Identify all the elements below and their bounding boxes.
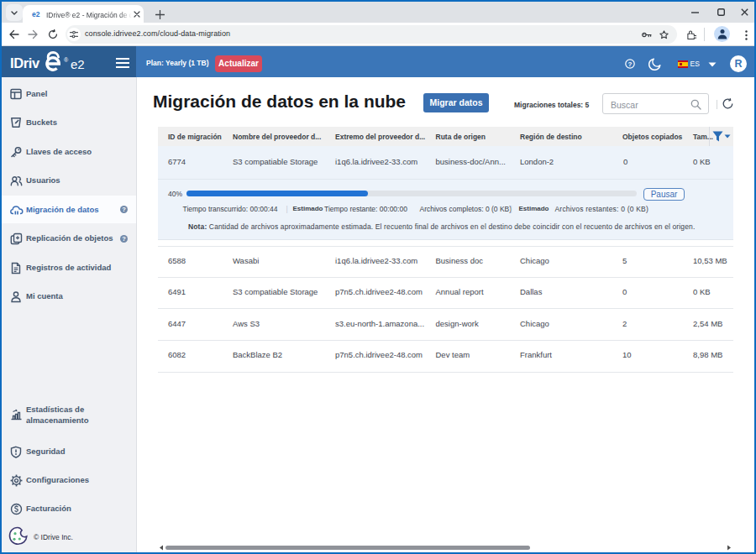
svg-text:?: ? — [627, 60, 632, 68]
